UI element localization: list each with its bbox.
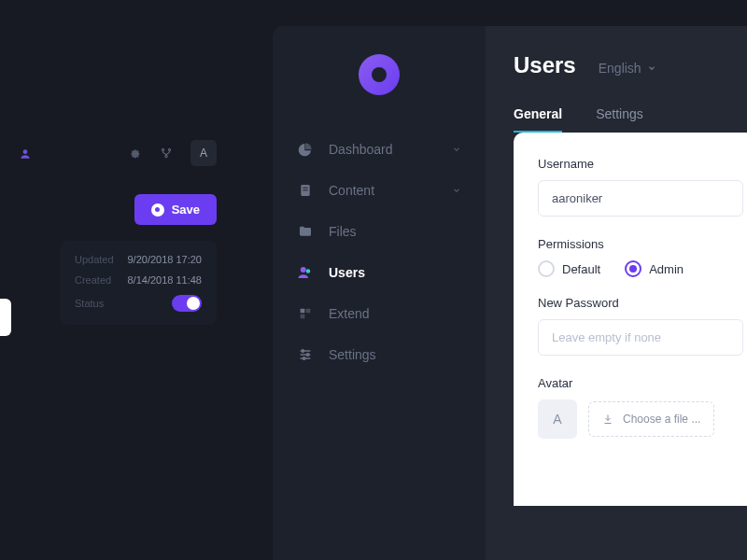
document-icon <box>297 182 314 199</box>
meta-status: Status <box>75 295 202 312</box>
form-panel: Username Permissions Default Admin New P… <box>514 133 747 506</box>
sidebar-item-content[interactable]: Content <box>273 170 486 211</box>
sidebar-item-dashboard[interactable]: Dashboard <box>273 129 486 170</box>
sidebar-item-label: Users <box>329 265 365 280</box>
content-area: Users English General Settings Username … <box>486 26 747 560</box>
sidebar-item-users[interactable]: Users <box>273 252 486 293</box>
sidebar: Dashboard Content Files Users Extend Set… <box>273 26 486 560</box>
svg-point-1 <box>162 148 163 150</box>
chevron-down-icon <box>647 63 656 73</box>
pie-icon <box>297 141 314 158</box>
radio-icon <box>538 260 555 277</box>
peek-toolbar: A <box>0 140 233 166</box>
user-pin-icon <box>19 147 32 164</box>
download-icon <box>602 413 613 425</box>
chevron-down-icon <box>452 142 461 157</box>
peek-panel: A Save Updated 9/20/2018 17:20 Created 8… <box>0 140 233 166</box>
sidebar-item-label: Content <box>329 183 374 198</box>
radio-label: Admin <box>649 262 684 276</box>
sidebar-item-label: Dashboard <box>329 142 393 157</box>
radio-icon <box>625 260 641 277</box>
svg-point-3 <box>165 155 167 157</box>
chevron-down-icon <box>452 183 461 198</box>
choose-file-button[interactable]: Choose a file ... <box>588 401 714 437</box>
avatar-label: Avatar <box>538 376 747 390</box>
meta-value: 9/20/2018 17:20 <box>127 254 202 265</box>
permissions-row: Default Admin <box>538 260 747 277</box>
permissions-label: Permissions <box>538 237 747 251</box>
meta-label: Updated <box>75 254 114 265</box>
password-input[interactable] <box>538 319 743 356</box>
status-toggle[interactable] <box>172 295 202 312</box>
language-select[interactable]: English <box>599 61 656 76</box>
username-label: Username <box>538 157 747 171</box>
tab-general[interactable]: General <box>514 106 562 133</box>
folder-icon <box>297 223 314 240</box>
svg-point-8 <box>306 269 311 273</box>
sidebar-item-label: Settings <box>329 347 376 362</box>
peek-card-edge <box>0 299 11 336</box>
svg-point-14 <box>303 357 305 360</box>
svg-point-13 <box>306 354 309 357</box>
sidebar-item-label: Extend <box>329 306 370 321</box>
radio-label: Default <box>562 262 600 276</box>
svg-rect-6 <box>303 189 307 190</box>
sidebar-item-settings[interactable]: Settings <box>273 334 486 375</box>
gear-icon[interactable] <box>127 146 142 161</box>
tab-settings[interactable]: Settings <box>596 106 643 133</box>
meta-label: Created <box>75 274 111 286</box>
svg-rect-5 <box>303 188 307 189</box>
radio-default[interactable]: Default <box>538 260 600 277</box>
save-button[interactable]: Save <box>134 194 217 225</box>
tabs: General Settings <box>514 106 747 133</box>
meta-created: Created 8/14/2018 11:48 <box>75 274 202 286</box>
avatar-badge[interactable]: A <box>190 140 217 166</box>
meta-updated: Updated 9/20/2018 17:20 <box>75 254 202 265</box>
content-header: Users English <box>514 52 747 78</box>
meta-label: Status <box>75 298 104 309</box>
meta-card: Updated 9/20/2018 17:20 Created 8/14/201… <box>60 241 217 325</box>
sidebar-item-files[interactable]: Files <box>273 211 486 252</box>
users-icon <box>297 264 314 281</box>
svg-rect-9 <box>301 309 305 314</box>
file-button-label: Choose a file ... <box>623 413 700 426</box>
password-label: New Password <box>538 296 747 310</box>
language-label: English <box>599 61 641 76</box>
radio-admin[interactable]: Admin <box>625 260 684 277</box>
record-icon <box>151 203 164 217</box>
branch-icon[interactable] <box>159 146 174 161</box>
svg-point-2 <box>168 148 170 150</box>
page-title: Users <box>514 52 576 78</box>
sidebar-item-label: Files <box>329 224 357 239</box>
sidebar-item-extend[interactable]: Extend <box>273 293 486 334</box>
save-label: Save <box>172 203 200 217</box>
svg-point-12 <box>302 350 304 353</box>
svg-rect-10 <box>306 309 311 314</box>
svg-point-0 <box>23 149 28 154</box>
svg-rect-11 <box>301 315 305 319</box>
sliders-icon <box>297 346 314 363</box>
meta-value: 8/14/2018 11:48 <box>127 274 202 286</box>
username-input[interactable] <box>538 180 743 217</box>
svg-point-7 <box>301 267 306 273</box>
app-logo[interactable] <box>359 54 400 95</box>
avatar-row: A Choose a file ... <box>538 399 747 439</box>
avatar-preview: A <box>538 399 577 439</box>
extend-icon <box>297 305 314 322</box>
